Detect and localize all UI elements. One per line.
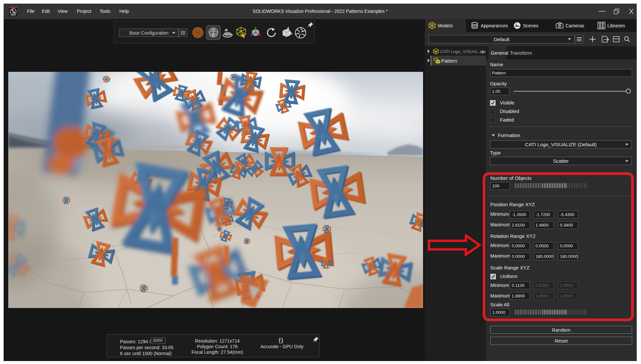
svg-text:2022: 2022 — [11, 13, 16, 16]
